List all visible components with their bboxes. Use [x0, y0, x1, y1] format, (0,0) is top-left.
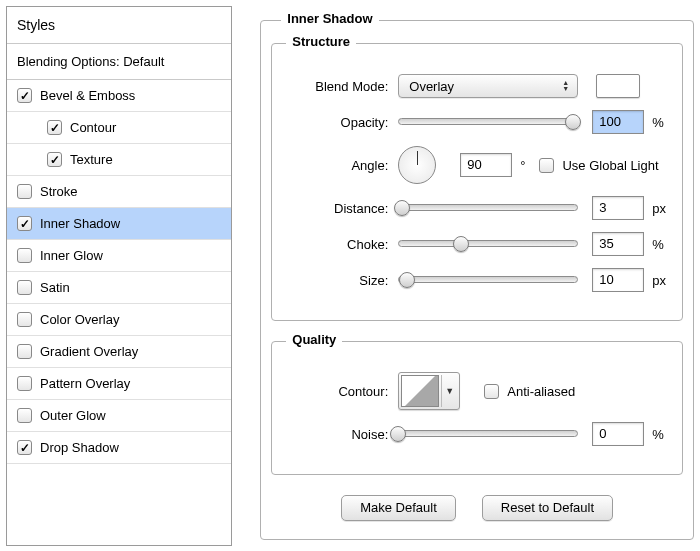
size-unit: px: [652, 273, 666, 288]
checkbox[interactable]: [17, 376, 32, 391]
size-slider[interactable]: [398, 272, 578, 288]
blend-mode-label: Blend Mode:: [288, 79, 398, 94]
structure-group: Structure Blend Mode: Overlay ▲▼ Opacity…: [271, 43, 683, 321]
distance-unit: px: [652, 201, 666, 216]
checkbox[interactable]: [17, 408, 32, 423]
sidebar-title: Styles: [7, 7, 231, 44]
main-panel: Inner Shadow Structure Blend Mode: Overl…: [232, 0, 700, 546]
checkbox[interactable]: [17, 216, 32, 231]
sidebar-item-label: Bevel & Emboss: [40, 88, 135, 103]
choke-unit: %: [652, 237, 664, 252]
sidebar-item-label: Inner Shadow: [40, 216, 120, 231]
sidebar-item-label: Inner Glow: [40, 248, 103, 263]
noise-label: Noise:: [288, 427, 398, 442]
angle-input[interactable]: 90: [460, 153, 512, 177]
sidebar-item-label: Drop Shadow: [40, 440, 119, 455]
sidebar-item-label: Gradient Overlay: [40, 344, 138, 359]
noise-slider[interactable]: [398, 426, 578, 442]
inner-shadow-group: Inner Shadow Structure Blend Mode: Overl…: [260, 20, 694, 540]
sidebar-item-inner-glow[interactable]: Inner Glow: [7, 240, 231, 272]
angle-unit: °: [520, 158, 525, 173]
noise-unit: %: [652, 427, 664, 442]
checkbox[interactable]: [47, 152, 62, 167]
checkbox[interactable]: [17, 248, 32, 263]
distance-slider[interactable]: [398, 200, 578, 216]
panel-title: Inner Shadow: [281, 11, 378, 26]
sidebar-item-contour[interactable]: Contour: [7, 112, 231, 144]
opacity-input[interactable]: 100: [592, 110, 644, 134]
blending-options-row[interactable]: Blending Options: Default: [7, 44, 231, 80]
sidebar-item-label: Texture: [70, 152, 113, 167]
sidebar-item-gradient-overlay[interactable]: Gradient Overlay: [7, 336, 231, 368]
choke-label: Choke:: [288, 237, 398, 252]
contour-label: Contour:: [288, 384, 398, 399]
sidebar-item-label: Stroke: [40, 184, 78, 199]
checkbox[interactable]: [17, 88, 32, 103]
contour-picker[interactable]: ▼: [398, 372, 460, 410]
sidebar-item-bevel-emboss[interactable]: Bevel & Emboss: [7, 80, 231, 112]
sidebar-item-label: Pattern Overlay: [40, 376, 130, 391]
sidebar-item-label: Color Overlay: [40, 312, 119, 327]
opacity-label: Opacity:: [288, 115, 398, 130]
sidebar-item-outer-glow[interactable]: Outer Glow: [7, 400, 231, 432]
sidebar-item-label: Contour: [70, 120, 116, 135]
reset-default-button[interactable]: Reset to Default: [482, 495, 613, 521]
choke-slider[interactable]: [398, 236, 578, 252]
global-light-checkbox[interactable]: [539, 158, 554, 173]
structure-title: Structure: [286, 34, 356, 49]
checkbox[interactable]: [17, 440, 32, 455]
sidebar-item-label: Satin: [40, 280, 70, 295]
chevron-down-icon: ▼: [441, 375, 457, 407]
shadow-color-swatch[interactable]: [596, 74, 640, 98]
noise-input[interactable]: 0: [592, 422, 644, 446]
sidebar-item-color-overlay[interactable]: Color Overlay: [7, 304, 231, 336]
global-light-label: Use Global Light: [562, 158, 658, 173]
sidebar-item-inner-shadow[interactable]: Inner Shadow: [7, 208, 231, 240]
sidebar-item-label: Outer Glow: [40, 408, 106, 423]
opacity-slider[interactable]: [398, 114, 578, 130]
sidebar-item-texture[interactable]: Texture: [7, 144, 231, 176]
antialias-checkbox[interactable]: [484, 384, 499, 399]
checkbox[interactable]: [17, 280, 32, 295]
quality-title: Quality: [286, 332, 342, 347]
sidebar-item-satin[interactable]: Satin: [7, 272, 231, 304]
antialias-label: Anti-aliased: [507, 384, 575, 399]
contour-swatch-icon: [401, 375, 439, 407]
sidebar-item-stroke[interactable]: Stroke: [7, 176, 231, 208]
chevron-updown-icon: ▲▼: [562, 80, 569, 92]
quality-group: Quality Contour: ▼ Anti-aliased Noise:: [271, 341, 683, 475]
checkbox[interactable]: [17, 344, 32, 359]
make-default-button[interactable]: Make Default: [341, 495, 456, 521]
distance-input[interactable]: 3: [592, 196, 644, 220]
angle-dial[interactable]: [398, 146, 436, 184]
angle-label: Angle:: [288, 158, 398, 173]
size-input[interactable]: 10: [592, 268, 644, 292]
opacity-unit: %: [652, 115, 664, 130]
blend-mode-value: Overlay: [409, 79, 454, 94]
styles-sidebar: Styles Blending Options: Default Bevel &…: [6, 6, 232, 546]
choke-input[interactable]: 35: [592, 232, 644, 256]
sidebar-item-pattern-overlay[interactable]: Pattern Overlay: [7, 368, 231, 400]
checkbox[interactable]: [17, 312, 32, 327]
checkbox[interactable]: [47, 120, 62, 135]
checkbox[interactable]: [17, 184, 32, 199]
distance-label: Distance:: [288, 201, 398, 216]
blend-mode-select[interactable]: Overlay ▲▼: [398, 74, 578, 98]
sidebar-item-drop-shadow[interactable]: Drop Shadow: [7, 432, 231, 464]
size-label: Size:: [288, 273, 398, 288]
